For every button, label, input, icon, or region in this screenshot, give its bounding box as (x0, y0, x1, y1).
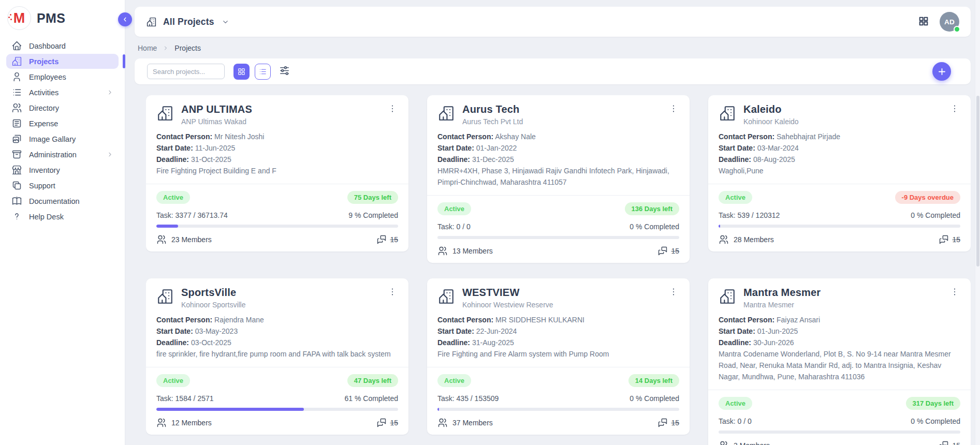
card-menu-button[interactable] (949, 287, 960, 298)
contact-person-value: Faiyaz Ansari (777, 316, 820, 324)
sidebar-item-administration[interactable]: Administration (6, 147, 119, 162)
search-input[interactable] (147, 64, 225, 79)
building-icon (437, 288, 455, 305)
days-left-badge: 75 Days left (347, 191, 398, 204)
chevron-right-icon (163, 45, 169, 51)
breadcrumb-home[interactable]: Home (138, 44, 157, 52)
sidebar-item-projects[interactable]: Projects (6, 54, 119, 69)
sidebar-item-activities[interactable]: Activities (6, 85, 119, 100)
sidebar-item-support[interactable]: Support (6, 178, 119, 193)
chat-count: 15 (671, 247, 679, 255)
sliders-icon (279, 65, 290, 77)
project-subtitle: Mantra Mesmer (743, 301, 942, 309)
project-subtitle: Kohinoor Kaleido (743, 117, 942, 126)
brand-name: PMS (37, 11, 65, 26)
contact-person-label: Contact Person: (156, 316, 212, 324)
chat-icon (657, 246, 668, 256)
chevron-left-icon (122, 16, 128, 23)
completed-percent: 61 % Completed (344, 394, 398, 403)
contact-person-value: Sahebhajrat Pirjade (777, 132, 840, 141)
building-icon (437, 105, 455, 122)
divider (708, 390, 971, 390)
sidebar-item-directory[interactable]: Directory (6, 100, 119, 115)
deadline-label: Deadline: (719, 338, 751, 347)
sidebar-item-expense[interactable]: Expense (6, 116, 119, 131)
project-card: Aurus Tech Aurus Tech Pvt Ltd Contact Pe… (427, 95, 690, 263)
apps-grid-button[interactable] (918, 16, 929, 28)
project-selector[interactable]: All Projects (146, 17, 229, 27)
start-date-label: Start Date: (437, 144, 474, 152)
contact-person-value: Mr Nitesh Joshi (214, 132, 264, 141)
brand: M PMS (0, 0, 125, 34)
sidebar-item-image-gallary[interactable]: Image Gallary (6, 131, 119, 146)
chat-indicator[interactable]: 15 (657, 418, 679, 428)
start-date-value: 11-Jun-2025 (195, 144, 236, 152)
card-menu-button[interactable] (668, 287, 679, 298)
project-subtitle: ANP Ultimas Wakad (181, 117, 379, 126)
chat-indicator[interactable]: 15 (939, 234, 960, 245)
sidebar-item-documentation[interactable]: Documentation (6, 194, 119, 209)
avatar-initials: AD (944, 18, 955, 26)
kebab-icon (668, 103, 679, 114)
card-menu-button[interactable] (387, 103, 398, 115)
members-icon (156, 418, 167, 428)
main-content: All Projects AD Home Projects (125, 0, 980, 445)
list-view-icon (258, 67, 267, 76)
list-view-button[interactable] (255, 64, 271, 80)
contact-person-label: Contact Person: (719, 132, 774, 141)
completed-percent: 0 % Completed (911, 211, 960, 219)
receipt-icon (11, 118, 22, 129)
projects-toolbar (135, 58, 971, 84)
sidebar-item-label: Help Desk (29, 212, 113, 221)
chat-icon (657, 418, 668, 428)
contact-person-label: Contact Person: (437, 316, 493, 324)
chat-indicator[interactable]: 15 (657, 246, 679, 256)
members-icon (437, 418, 448, 428)
chat-icon (939, 440, 949, 445)
chat-indicator[interactable]: 15 (376, 418, 398, 428)
start-date-label: Start Date: (437, 327, 474, 335)
card-menu-button[interactable] (949, 103, 960, 115)
deadline-value: 03-Oct-2025 (191, 338, 231, 347)
contact-person-label: Contact Person: (437, 132, 493, 141)
avatar[interactable]: AD (940, 12, 959, 32)
page-scrollbar (975, 0, 980, 445)
deadline-label: Deadline: (437, 338, 470, 347)
card-menu-button[interactable] (387, 287, 398, 298)
card-menu-button[interactable] (668, 103, 679, 115)
project-title: Aurus Tech (462, 103, 661, 115)
sidebar-item-label: Dashboard (29, 41, 113, 50)
filter-button[interactable] (279, 65, 290, 78)
add-project-button[interactable] (932, 62, 951, 81)
plus-icon (937, 67, 947, 77)
sidebar-collapse-button[interactable] (118, 12, 132, 26)
chat-count: 15 (390, 419, 398, 427)
building-icon (156, 105, 174, 122)
task-count: Task: 0 / 0 (437, 222, 471, 231)
project-card: SportsVille Kohinoor Sportsville Contact… (146, 278, 408, 435)
progress-bar (437, 408, 679, 411)
contact-person-value: MR SIDDHESH KULKARNI (495, 316, 584, 324)
sidebar-item-help-desk[interactable]: Help Desk (6, 209, 119, 224)
book-icon (11, 196, 22, 206)
sidebar-item-employees[interactable]: Employees (6, 69, 119, 84)
chat-indicator[interactable]: 15 (939, 440, 960, 445)
chat-icon (376, 234, 387, 245)
page-scrollbar-thumb[interactable] (976, 96, 979, 266)
chat-indicator[interactable]: 15 (376, 234, 398, 245)
days-left-badge: -9 Days overdue (895, 191, 960, 204)
project-description: Fire Fighting and Fire Alarm system with… (437, 349, 679, 360)
members-icon (719, 440, 729, 445)
grid-view-button[interactable] (233, 64, 250, 80)
completed-percent: 9 % Completed (348, 211, 398, 219)
start-date-row: Start Date: 03-May-2023 (156, 326, 398, 337)
contact-person-row: Contact Person: Rajendra Mane (156, 315, 398, 326)
kebab-icon (387, 287, 398, 297)
start-date-row: Start Date: 01-Jan-2022 (437, 143, 679, 154)
start-date-row: Start Date: 01-Jun-2025 (719, 326, 960, 337)
sidebar-item-inventory[interactable]: Inventory (6, 162, 119, 177)
project-title: ANP ULTIMAS (181, 103, 379, 115)
deadline-label: Deadline: (156, 338, 189, 347)
sidebar-item-dashboard[interactable]: Dashboard (6, 38, 119, 53)
progress-bar (719, 225, 960, 228)
